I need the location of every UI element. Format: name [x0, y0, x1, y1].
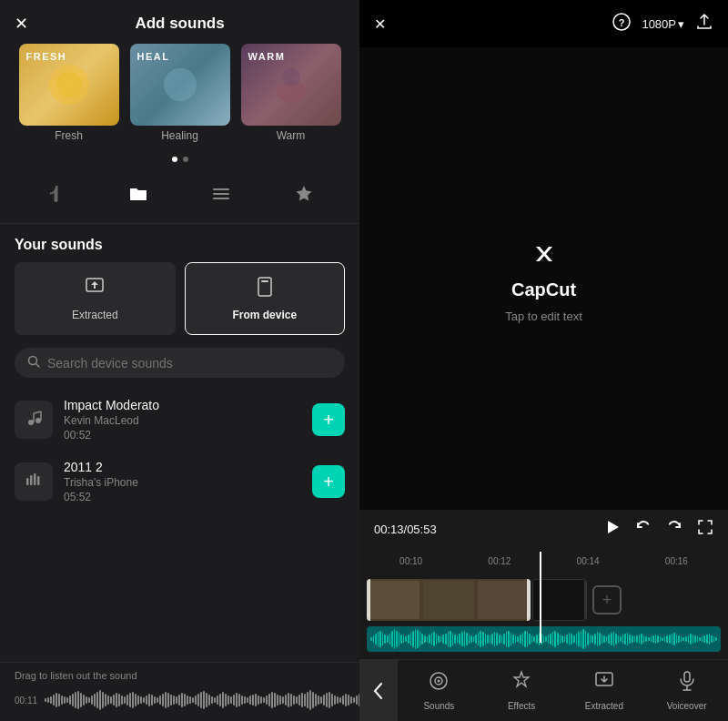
dot-2[interactable]	[183, 157, 188, 162]
audio-wave-bar	[491, 634, 493, 645]
waveform-bar	[91, 696, 93, 705]
waveform-bar	[260, 696, 262, 704]
svg-rect-20	[34, 473, 36, 485]
svg-rect-27	[423, 581, 474, 619]
add-sound-1-button[interactable]: +	[312, 403, 345, 436]
sound-name-2: 2011 2	[64, 460, 301, 474]
audio-wave-bar	[499, 635, 500, 644]
audio-wave-bar	[636, 635, 638, 643]
fresh-label: FRESH	[26, 51, 67, 62]
dot-1[interactable]	[172, 157, 177, 162]
undo-button[interactable]	[635, 519, 652, 539]
waveform-bar	[162, 694, 164, 706]
bottom-nav-back-button[interactable]	[359, 660, 398, 721]
svg-rect-28	[478, 581, 529, 619]
audio-wave-bar	[548, 635, 550, 644]
waveform-bar	[285, 695, 287, 706]
waveform-bar	[157, 697, 158, 703]
audio-wave-bar	[496, 633, 498, 645]
redo-button[interactable]	[666, 519, 682, 539]
bottom-nav-sounds[interactable]: Sounds	[398, 663, 480, 718]
audio-wave-bar	[508, 631, 510, 647]
sound-card-fresh[interactable]: FRESH Fresh	[19, 44, 119, 142]
audio-wave-bar	[487, 635, 489, 644]
tab-folder[interactable]	[117, 180, 159, 212]
play-button[interactable]	[604, 519, 621, 539]
waveform-bar	[197, 694, 199, 706]
bottom-nav-voiceover[interactable]: Voiceover	[645, 663, 728, 718]
waveform-bar	[58, 694, 60, 706]
sound-card-healing[interactable]: HEAL Healing	[130, 44, 230, 142]
upload-button[interactable]	[695, 13, 713, 35]
sound-card-warm[interactable]: WARM Warm	[241, 44, 341, 142]
audio-wave-bar	[666, 635, 668, 643]
audio-wave-bar	[410, 633, 412, 645]
right-close-button[interactable]: ✕	[374, 15, 386, 33]
audio-wave-bar	[396, 631, 398, 647]
waveform-bar	[124, 696, 126, 704]
extracted-icon-svg	[593, 670, 615, 692]
audio-wave-bar	[627, 633, 629, 645]
waveform-bar	[225, 694, 227, 706]
fullscreen-button[interactable]	[697, 519, 713, 539]
help-button[interactable]: ?	[612, 13, 631, 35]
bottom-nav-effects[interactable]: Effects	[480, 663, 563, 718]
search-input[interactable]	[47, 356, 332, 371]
audio-wave-bar	[506, 632, 508, 646]
audio-wave-bar	[594, 634, 596, 645]
waveform-bar	[135, 694, 136, 706]
audio-wave-bar	[699, 637, 701, 641]
timecode: 00:13/05:53	[374, 523, 437, 536]
waveform-bar	[233, 695, 235, 706]
tab-tiktok[interactable]	[35, 180, 76, 212]
tap-to-edit-text[interactable]: Tap to edit text	[505, 310, 582, 323]
audio-wave-bar	[520, 635, 521, 644]
device-svg	[254, 276, 276, 298]
audio-wave-bar	[440, 636, 442, 642]
waveform-bar	[249, 696, 251, 705]
extracted-nav-label: Extracted	[585, 701, 623, 711]
bottom-nav-extracted[interactable]: Extracted	[563, 663, 646, 718]
add-clip-button[interactable]: +	[592, 585, 622, 614]
audio-wave-bar	[450, 631, 451, 647]
tab-favorites[interactable]	[283, 180, 325, 212]
waveform-bar	[113, 695, 115, 706]
audio-wave-bar	[613, 632, 615, 646]
resolution-button[interactable]: 1080P ▾	[642, 17, 684, 31]
video-clip-main[interactable]	[367, 579, 531, 621]
waveform-bar	[208, 695, 210, 706]
audio-wave-bar	[560, 635, 561, 644]
drag-hint: Drag to listen out the sound	[15, 670, 345, 681]
effects-nav-icon	[511, 670, 532, 697]
close-button[interactable]: ✕	[15, 14, 28, 34]
waveform-bar	[56, 693, 57, 707]
waveform-bar	[320, 696, 322, 704]
from-device-source-card[interactable]: From device	[185, 262, 346, 335]
svg-rect-18	[26, 478, 29, 485]
audio-wave-bar	[389, 634, 391, 645]
audio-wave-bar	[387, 635, 389, 643]
waveform-bar	[118, 694, 120, 706]
topbar-right: ? 1080P ▾	[612, 13, 713, 35]
audio-wave-bar	[651, 636, 652, 642]
waveform-bar	[214, 697, 216, 703]
waveform-bar	[102, 692, 104, 708]
audio-waveform[interactable]	[367, 626, 721, 652]
add-sound-2-button[interactable]: +	[312, 465, 345, 498]
audio-wave-bar	[433, 632, 435, 646]
audio-wave-bar	[420, 632, 421, 646]
waveform-bar	[151, 695, 153, 706]
warm-decoration	[264, 57, 318, 112]
effects-nav-label: Effects	[508, 701, 535, 711]
playhead[interactable]	[540, 552, 541, 643]
waveform-bar	[47, 697, 49, 703]
waveform-visual[interactable]	[45, 686, 359, 714]
audio-wave-bar	[681, 636, 682, 642]
tab-list[interactable]	[200, 180, 242, 212]
extracted-source-card[interactable]: Extracted	[15, 262, 176, 335]
audio-wave-bar	[503, 634, 505, 645]
waveform-bar	[293, 696, 295, 705]
audio-wave-bar	[408, 635, 410, 644]
extracted-icon	[84, 276, 106, 303]
audio-wave-bar	[501, 635, 503, 643]
